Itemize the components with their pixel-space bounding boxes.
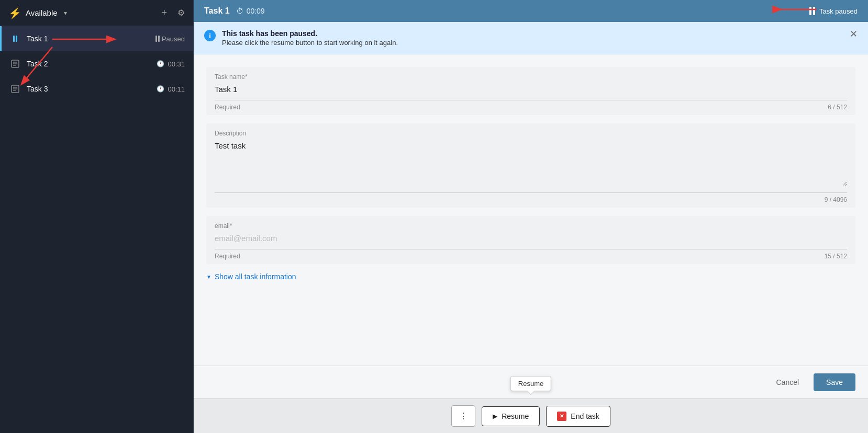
task1-status: Paused: [155, 35, 185, 43]
add-icon[interactable]: +: [161, 7, 167, 18]
task3-timer: 🕐 00:11: [157, 85, 185, 93]
task-name-count: 6 / 512: [828, 104, 847, 111]
description-input[interactable]: Test task: [215, 139, 847, 186]
show-all-link[interactable]: ▼ Show all task information: [206, 272, 855, 281]
triangle-icon: ▼: [206, 274, 212, 280]
header-pause-icon: [809, 7, 815, 15]
task3-name: Task 3: [27, 85, 157, 93]
end-task-button[interactable]: ✕ End task: [546, 406, 610, 427]
email-count: 15 / 512: [825, 253, 847, 260]
settings-icon[interactable]: ⚙: [177, 8, 185, 18]
task-name-label: Task name*: [215, 73, 847, 81]
end-task-icon: ✕: [557, 412, 566, 421]
sidebar-item-task3[interactable]: Task 3 🕐 00:11: [0, 76, 193, 101]
description-label: Description: [215, 130, 847, 137]
logo-icon: ⚡: [8, 7, 21, 19]
cancel-button[interactable]: Cancel: [767, 374, 807, 391]
alert-close-button[interactable]: ✕: [850, 29, 858, 39]
status-text: Available: [26, 8, 58, 17]
sidebar: ⚡ Available ▾ + ⚙ Task 1: [0, 0, 194, 433]
alert-subtitle: Please click the resume button to start …: [222, 39, 843, 47]
alert-info-icon: i: [204, 30, 216, 41]
task-header-left: Task 1 ⏱ 00:09: [204, 6, 265, 16]
clock-icon-header: ⏱: [236, 7, 243, 15]
task-icon-task3: [10, 84, 20, 94]
show-all-label: Show all task information: [215, 272, 296, 281]
email-divider: [215, 249, 847, 249]
task-name-input[interactable]: [215, 83, 847, 96]
email-required: Required: [215, 253, 240, 260]
task-name-required: Required: [215, 104, 240, 111]
task-timer: ⏱ 00:09: [236, 7, 265, 15]
content-panel: Task 1 ⏱ 00:09 Task paused i: [194, 0, 868, 433]
email-meta: Required 15 / 512: [215, 253, 847, 260]
description-count: 9 / 4096: [825, 196, 847, 203]
form-area: Task name* Required 6 / 512 Description …: [194, 54, 868, 366]
task-action-bar: Resume ⋮ ▶ Resume ✕ End task: [194, 398, 868, 433]
task-name-divider: [215, 100, 847, 100]
description-field: Description Test task 9 / 4096: [206, 123, 855, 208]
alert-title: This task has been paused.: [222, 29, 843, 38]
description-meta: 9 / 4096: [215, 196, 847, 203]
alert-banner: i This task has been paused. Please clic…: [194, 22, 868, 54]
chevron-down-icon[interactable]: ▾: [64, 9, 67, 17]
task-title: Task 1: [204, 6, 230, 16]
description-divider: [215, 192, 847, 193]
pause-icon-task1: [10, 33, 20, 44]
email-label: email*: [215, 222, 847, 230]
clock-icon-task3: 🕐: [157, 85, 164, 93]
sidebar-item-task2[interactable]: Task 2 🕐 00:31: [0, 51, 193, 76]
task2-name: Task 2: [27, 60, 157, 68]
sidebar-item-task1[interactable]: Task 1 Paused: [0, 26, 193, 51]
action-dots-button[interactable]: ⋮: [451, 405, 475, 427]
task-name-meta: Required 6 / 512: [215, 104, 847, 111]
email-input[interactable]: [215, 232, 847, 245]
task-header: Task 1 ⏱ 00:09 Task paused: [194, 0, 868, 22]
resume-button[interactable]: ▶ Resume: [482, 406, 540, 426]
task-icon-task2: [10, 59, 20, 69]
resume-tooltip: Resume: [510, 376, 551, 391]
task-header-right: Task paused: [809, 7, 858, 15]
sidebar-header: ⚡ Available ▾ + ⚙: [0, 0, 193, 26]
task2-timer: 🕐 00:31: [157, 60, 185, 68]
alert-text: This task has been paused. Please click …: [222, 29, 843, 47]
task-paused-label: Task paused: [819, 7, 858, 15]
play-icon: ▶: [493, 413, 497, 420]
clock-icon-task2: 🕐: [157, 60, 164, 67]
task-name-field: Task name* Required 6 / 512: [206, 67, 855, 115]
email-field: email* Required 15 / 512: [206, 216, 855, 264]
task1-name: Task 1: [27, 35, 155, 43]
save-button[interactable]: Save: [814, 373, 855, 391]
